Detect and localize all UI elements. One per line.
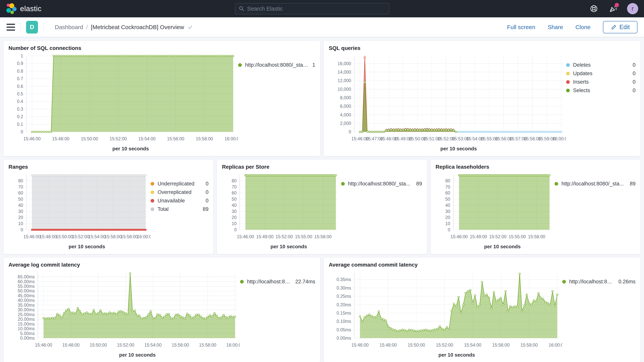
series-label: Updates xyxy=(573,70,592,76)
svg-text:4,000: 4,000 xyxy=(340,112,351,118)
svg-text:0.1: 0.1 xyxy=(17,122,23,127)
svg-text:15:56:00: 15:56:00 xyxy=(172,342,189,348)
legend-item[interactable]: Selects0 xyxy=(566,88,636,94)
svg-text:0.10ms: 0.10ms xyxy=(337,319,351,324)
panel-avg-command-commit-latency: Average command commit latency 0.00ms0.0… xyxy=(324,258,640,362)
menu-button[interactable] xyxy=(6,24,15,31)
legend-item[interactable]: http://localhost:8080/_sta...89 xyxy=(554,181,636,187)
legend-item[interactable]: http://localhost:8080...0.26ms xyxy=(562,279,636,285)
svg-text:70: 70 xyxy=(445,184,450,190)
panel-title[interactable]: Number of SQL connections xyxy=(8,45,315,51)
svg-text:10,000: 10,000 xyxy=(338,87,351,92)
series-label: Selects xyxy=(573,88,590,94)
legend-item[interactable]: Updates0 xyxy=(566,70,636,76)
svg-text:50: 50 xyxy=(445,196,450,202)
svg-text:15.00ms: 15.00ms xyxy=(18,322,35,326)
chart-plot-log-commit-latency[interactable]: 0.00ms5.00ms10.00ms15.00ms20.00ms25.00ms… xyxy=(8,269,240,358)
series-label: http://localhost:8080/_stat... xyxy=(245,62,308,68)
avatar-initial: r xyxy=(632,5,634,12)
svg-text:60.00ms: 60.00ms xyxy=(18,279,35,284)
panel-title[interactable]: Average log commit latency xyxy=(8,262,315,268)
svg-text:70: 70 xyxy=(232,184,237,190)
svg-text:15:58:00: 15:58:00 xyxy=(520,342,538,348)
chart-legend: http://localhost:8080/_sta...89 xyxy=(341,181,422,250)
help-button[interactable] xyxy=(588,3,599,14)
svg-text:0.05ms: 0.05ms xyxy=(337,327,351,332)
svg-text:15:54:00: 15:54:00 xyxy=(144,342,162,348)
svg-text:per 10 seconds: per 10 seconds xyxy=(438,352,475,358)
svg-text:15:58:00: 15:58:00 xyxy=(196,136,213,141)
svg-text:40: 40 xyxy=(232,203,237,208)
breadcrumb-dashboard-link[interactable]: Dashboard xyxy=(55,24,83,30)
legend-item[interactable]: Deletes0 xyxy=(566,62,636,68)
panel-title[interactable]: Replica leaseholders xyxy=(436,164,636,170)
legend-item[interactable]: Unavailable0 xyxy=(150,198,208,204)
svg-text:15:46:00: 15:46:00 xyxy=(237,234,254,239)
panel-title[interactable]: Ranges xyxy=(8,164,208,170)
dashboard-app-badge[interactable]: D xyxy=(26,21,38,34)
series-color-dot xyxy=(566,80,570,84)
chart-legend: Underreplicated0Overreplicated0Unavailab… xyxy=(150,181,208,250)
series-color-dot xyxy=(240,280,244,284)
svg-text:15:48:00: 15:48:00 xyxy=(62,342,80,348)
svg-text:per 10 seconds: per 10 seconds xyxy=(270,244,307,250)
user-avatar[interactable]: r xyxy=(627,3,638,14)
series-label: Overreplicated xyxy=(158,189,192,195)
svg-text:60: 60 xyxy=(232,190,237,196)
series-color-dot xyxy=(566,72,570,75)
svg-text:10: 10 xyxy=(445,221,450,226)
breadcrumb-separator: / xyxy=(86,24,88,30)
legend-item[interactable]: Total89 xyxy=(150,206,208,212)
series-value: 0.26ms xyxy=(614,279,636,285)
panel-replicas-per-store: Replicas per Store 0102030405060708015:4… xyxy=(217,160,427,254)
share-link[interactable]: Share xyxy=(548,24,563,30)
panel-ranges: Ranges 0102030405060708015:46:0015:48:00… xyxy=(4,160,214,254)
chart-plot-command-commit-latency[interactable]: 0.00ms0.05ms0.10ms0.15ms0.20ms0.25ms0.30… xyxy=(329,269,562,358)
panel-title[interactable]: Average command commit latency xyxy=(329,262,636,268)
series-color-dot xyxy=(150,199,154,202)
legend-item[interactable]: http://localhost:8080/_stat...1 xyxy=(238,62,315,68)
legend-item[interactable]: Inserts0 xyxy=(566,79,636,85)
svg-text:35.00ms: 35.00ms xyxy=(18,303,35,308)
full-screen-link[interactable]: Full screen xyxy=(507,24,535,30)
series-color-dot xyxy=(341,182,345,186)
chart-plot-ranges[interactable]: 0102030405060708015:46:0015:48:0015:50:0… xyxy=(8,171,150,250)
panel-title[interactable]: Replicas per Store xyxy=(222,164,422,170)
legend-item[interactable]: Underreplicated0 xyxy=(150,181,208,187)
svg-text:8,000: 8,000 xyxy=(340,95,351,100)
news-button[interactable] xyxy=(608,3,618,14)
legend-item[interactable]: Overreplicated0 xyxy=(150,189,208,195)
svg-text:15:54:00: 15:54:00 xyxy=(138,136,156,141)
elastic-logo[interactable]: elastic xyxy=(6,3,42,14)
legend-item[interactable]: http://localhost:8080/_sta...89 xyxy=(341,181,422,187)
elastic-logo-icon xyxy=(6,3,17,14)
svg-text:16:00:00: 16:00:00 xyxy=(226,342,240,348)
chart-plot-replica-leaseholders[interactable]: 0102030405060708015:46:0015:49:0015:52:0… xyxy=(436,171,554,250)
chart-plot-sql-queries[interactable]: 02,0004,0006,0008,00010,00012,00014,0001… xyxy=(329,52,566,152)
svg-text:0: 0 xyxy=(348,129,351,134)
legend-item[interactable]: http://localhost:808...22.74ms xyxy=(240,279,315,285)
svg-text:30: 30 xyxy=(18,209,23,214)
search-input[interactable] xyxy=(247,6,386,12)
svg-text:16:00:00: 16:00:00 xyxy=(224,136,238,141)
dashboard-toolbar: D Dashboard / [Metricbeat CockroachDB] O… xyxy=(0,17,644,37)
svg-text:16:00:00: 16:00:00 xyxy=(137,234,150,239)
svg-text:16:00:00: 16:00:00 xyxy=(552,136,566,141)
svg-text:15:50:00: 15:50:00 xyxy=(56,234,73,239)
clone-link[interactable]: Clone xyxy=(575,24,590,30)
svg-text:15:46:00: 15:46:00 xyxy=(35,342,52,348)
page-title[interactable]: [Metricbeat CockroachDB] Overview xyxy=(91,24,193,30)
panel-sql-connections: Number of SQL connections 00.10.20.30.40… xyxy=(4,41,320,156)
svg-text:15:52:00: 15:52:00 xyxy=(489,234,506,239)
chart-plot-replicas-per-store[interactable]: 0102030405060708015:46:0015:49:0015:52:0… xyxy=(222,171,341,250)
svg-text:45.00ms: 45.00ms xyxy=(18,293,35,298)
svg-text:15:54:00: 15:54:00 xyxy=(464,342,482,348)
edit-button[interactable]: Edit xyxy=(603,21,638,33)
series-color-dot xyxy=(566,63,570,67)
svg-text:12,000: 12,000 xyxy=(338,78,351,83)
svg-text:40: 40 xyxy=(445,203,450,208)
panel-title[interactable]: SQL queries xyxy=(329,45,636,51)
svg-text:0.7: 0.7 xyxy=(17,76,23,81)
chart-plot-sql-connections[interactable]: 00.10.20.30.40.50.60.70.80.9115:46:0015:… xyxy=(8,52,238,152)
svg-text:15:56:00: 15:56:00 xyxy=(104,234,122,239)
